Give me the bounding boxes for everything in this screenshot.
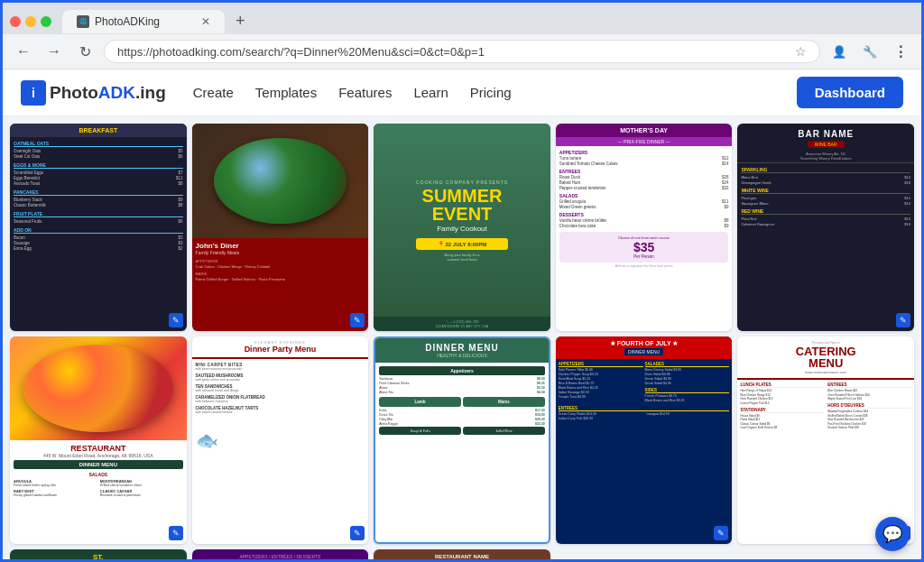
site-navbar: i PhotoADK.ing Create Templates Features… [3,69,921,116]
card-mothers-day[interactable]: MOTHER'S DAY — PRIX-FIXE DINNER — APPETI… [556,124,733,331]
address-bar-row: ← → ↻ https://photoadking.com/search/?q=… [3,34,921,69]
minimize-button[interactable] [25,16,36,27]
chat-icon: 💬 [882,524,902,544]
edit-icon[interactable]: ✎ [169,526,183,540]
logo-icon: i [21,80,46,106]
tab-close-button[interactable]: ✕ [201,15,210,28]
url-text: https://photoadking.com/search/?q=Dinner… [117,45,795,59]
new-tab-button[interactable]: + [228,8,253,34]
tab-favicon: 🌐 [77,15,89,28]
nav-pricing[interactable]: Pricing [470,81,512,104]
address-bar-icons: ☆ [795,44,807,59]
logo-text: PhotoADK.ing [50,83,166,103]
profile-button[interactable]: 👤 [827,40,851,63]
card-wine-bar[interactable]: BAR NAME WINE BAR American Winery Art, N… [737,124,914,331]
edit-icon[interactable]: ✎ [714,526,728,540]
card-johns-diner[interactable]: John's Diner Family Friendly Meals APPET… [192,124,369,331]
card-summer-event[interactable]: COOKING COMPANY PRESENTS SUMMEREVENT Fam… [374,124,550,331]
card-arepas[interactable]: RESTAURANT NAME Tagline Here TO EAT AREP… [374,549,550,562]
dashboard-button[interactable]: Dashboard [797,77,903,108]
nav-links: Create Templates Features Learn Pricing [193,81,797,104]
edit-icon[interactable]: ✎ [350,526,365,540]
card-dinner-menu-featured[interactable]: DINNER MENU HEALTHY & DELICIOUS Appetize… [374,336,550,544]
site-logo[interactable]: i PhotoADK.ing [21,80,166,106]
content-area: BREAKFAST OATMEAL OATS Overnight Oats$5 … [3,116,921,562]
close-button[interactable] [10,16,21,27]
nav-templates[interactable]: Templates [255,81,317,104]
tab-title: PhotoADKing [95,15,196,28]
extension-button[interactable]: 🔧 [858,40,882,63]
card-dinner-party[interactable]: ELEGANT EVENINGS Dinner Party Menu MINI … [192,336,369,544]
maximize-button[interactable] [41,16,51,27]
menu-button[interactable]: ⋮ [889,40,912,63]
forward-button[interactable]: → [42,40,66,63]
nav-create[interactable]: Create [193,81,234,104]
edit-icon[interactable]: ✎ [350,313,365,327]
active-tab[interactable]: 🌐 PhotoADKing ✕ [62,10,225,33]
tab-bar: 🌐 PhotoADKing ✕ + [3,3,921,34]
nav-learn[interactable]: Learn [413,81,448,104]
browser-chrome: 🌐 PhotoADKing ✕ + ← → ↻ https://photoadk… [3,3,921,69]
card-grid: BREAKFAST OATMEAL OATS Overnight Oats$5 … [10,124,914,562]
card-body: OATMEAL OATS Overnight Oats$5 Steel Cut … [10,137,187,331]
card-restaurant-dinner[interactable]: RESTAURANT 445 W. Mount Eden Road, Ancho… [10,336,187,544]
card-purple-dinner[interactable]: Appetizers / Entrées / Desserts Zafiro E… [192,549,369,562]
nav-features[interactable]: Features [338,81,392,104]
chat-button[interactable]: 💬 [875,517,910,551]
back-button[interactable]: ← [12,40,35,63]
traffic-lights [10,16,51,27]
address-bar[interactable]: https://photoadking.com/search/?q=Dinner… [104,40,820,63]
edit-icon[interactable]: ✎ [896,313,910,327]
edit-icon[interactable]: ✎ [169,313,183,327]
bookmark-icon[interactable]: ☆ [795,44,807,59]
card-fourth-july[interactable]: ★ FOURTH OF JULY ★ DINNER MENU APPETIZER… [556,336,733,544]
card-st-patricks[interactable]: ST.PATRICK'S SPECIAL DINNER MENU STARTER… [10,549,187,562]
card-title: BREAKFAST [10,124,187,137]
reload-button[interactable]: ↻ [73,40,97,63]
card-catering-menu[interactable]: Restaurant Name CATERINGMENU www.restaur… [737,336,914,544]
card-breakfast-menu[interactable]: BREAKFAST OATMEAL OATS Overnight Oats$5 … [10,124,187,331]
